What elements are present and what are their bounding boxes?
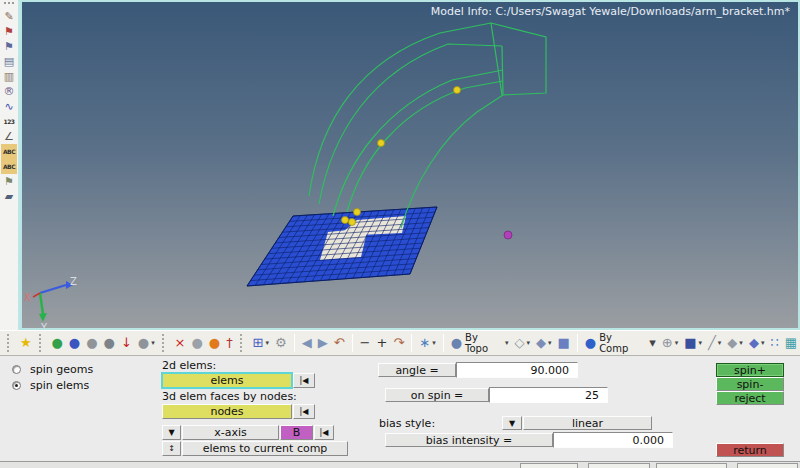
element-color-mode-icon[interactable]: ●By Comp	[582, 333, 646, 353]
on-spin-label-button[interactable]: on spin =	[385, 388, 489, 402]
elems-to-current-comp-button[interactable]: elems to current comp	[182, 441, 348, 456]
elems-collector-button[interactable]: elems	[162, 373, 292, 388]
toolbar-separator	[411, 334, 412, 352]
dropdown-caret-icon: ▾	[548, 339, 552, 347]
scribble-icon[interactable]: ∿	[1, 99, 17, 114]
stack-icon[interactable]: ▤	[1, 54, 17, 69]
display-toolbar: ★●●●●↓●▾×●●†⊞▾⚙◀▶↶−+↷∗▾●By Topo▾◇▾◆▾■●By…	[0, 330, 800, 356]
dropdown-caret-icon: ▾	[675, 339, 679, 347]
copyright-icon[interactable]: ®	[1, 84, 17, 99]
hidden-panel-button[interactable]	[588, 463, 650, 468]
wireframe-elements-icon[interactable]: ⊕▾	[659, 333, 681, 353]
base-node-b-button[interactable]: B	[280, 425, 313, 440]
dropdown-caret-icon: ▾	[151, 339, 155, 347]
axis-dropdown-button[interactable]: ▼	[162, 425, 181, 440]
plot-axes-icon[interactable]: ∠	[1, 129, 17, 144]
dropdown-caret-icon: ▾	[739, 339, 743, 347]
clear-highlights-icon[interactable]: ●	[206, 333, 223, 353]
dropdown-caret-icon: ▾	[761, 339, 765, 347]
notes-icon[interactable]: ✎	[1, 9, 17, 24]
favorites-icon[interactable]: ★	[17, 333, 35, 353]
radio-circle[interactable]	[12, 365, 21, 374]
spin-minus-button[interactable]: spin-	[716, 377, 784, 391]
toolbar-grip[interactable]	[4, 2, 14, 6]
flag-red-icon[interactable]: ⚑	[1, 24, 17, 39]
graphics-viewport[interactable]: Z Y X Model Info: C:/Users/Swagat Yewale…	[20, 0, 800, 330]
abc-arrow-icon[interactable]: ABC	[1, 159, 17, 174]
axis-label-x: X	[24, 292, 31, 303]
zoom-in-icon[interactable]: +	[373, 333, 390, 353]
radio-label: spin geoms	[30, 363, 93, 376]
view-forward-icon[interactable]: ▶	[315, 333, 331, 353]
options-icon[interactable]: ⚙	[272, 333, 290, 353]
panels-icon[interactable]: ⊞▾	[250, 333, 272, 353]
axis-reset-button[interactable]: |◀	[314, 425, 334, 440]
dropdown-caret-icon: ▾	[699, 339, 703, 347]
numbers-123-icon[interactable]: 123	[1, 114, 17, 129]
3d-elem-faces-label: 3d elem faces by nodes:	[162, 390, 297, 403]
radio-spin-geoms[interactable]: spin geoms	[12, 363, 93, 376]
view-undo-icon[interactable]: ↶	[331, 333, 348, 353]
2d-elems-label: 2d elems:	[162, 359, 216, 372]
reject-button[interactable]: reject	[716, 391, 784, 405]
flag-blue-icon[interactable]: ⚑	[1, 39, 17, 54]
angle-input[interactable]: 90.000	[456, 362, 578, 378]
spin-plus-button[interactable]: spin+	[716, 363, 784, 377]
shrink-elements-icon[interactable]: ◆▾	[746, 333, 768, 353]
comp-toggle-button[interactable]: ↕	[162, 441, 181, 456]
masked-elements-icon[interactable]: ●▾	[135, 333, 158, 353]
visualization-options-icon[interactable]: ∗▾	[416, 333, 438, 353]
tag-flag-icon[interactable]: ⚑	[1, 174, 17, 189]
wireframe-geometry-icon[interactable]: ◇▾	[511, 333, 533, 353]
hidden-panel-button[interactable]	[656, 463, 727, 468]
multicolor-elements-icon[interactable]: ∷	[767, 333, 781, 353]
model-info-text: Model Info: C:/Users/Swagat Yewale/Downl…	[431, 5, 790, 18]
reverse-elements-icon[interactable]: ●	[101, 333, 118, 353]
left-toolbar: ✎⚑⚑▤▥®∿123∠ABCABC⚑▰	[0, 0, 20, 330]
feature-angle-icon[interactable]: ◆▾	[724, 333, 746, 353]
view-back-icon[interactable]: ◀	[299, 333, 315, 353]
dropdown-caret-icon: ▾	[265, 339, 269, 347]
abc-label-icon[interactable]: ABC	[1, 144, 17, 159]
bias-intensity-input[interactable]: 0.000	[553, 432, 673, 448]
zoom-out-icon[interactable]: −	[357, 333, 374, 353]
performance-graphics-icon[interactable]: ▦	[782, 333, 800, 353]
card-icon[interactable]: ▥	[1, 69, 17, 84]
base-node-magenta[interactable]	[504, 231, 512, 239]
bias-intensity-label-button[interactable]: bias intensity =	[385, 433, 553, 447]
geometry-color-mode-icon[interactable]: ●By Topo▾	[448, 333, 512, 353]
toolbar-grip	[240, 334, 246, 352]
return-button[interactable]: return	[716, 443, 784, 457]
mask-icon[interactable]: ●	[49, 333, 66, 353]
radio-circle-selected[interactable]	[12, 381, 21, 390]
unmask-attached-icon[interactable]: ●	[83, 333, 100, 353]
angle-label-button[interactable]: angle =	[378, 363, 456, 377]
temp-nodes-icon[interactable]: ●	[188, 333, 205, 353]
on-spin-input[interactable]: 25	[489, 387, 608, 403]
nodes-collector-button[interactable]: nodes	[162, 404, 292, 419]
entity-state-icon[interactable]: †	[223, 333, 236, 353]
solid-geometry-icon[interactable]: ■	[555, 333, 573, 353]
unmask-all-icon[interactable]: ↓	[118, 333, 135, 353]
bias-style-value-button[interactable]: linear	[523, 416, 652, 430]
hidden-panel-button[interactable]	[737, 463, 798, 468]
plate-icon[interactable]: ▰	[1, 189, 17, 204]
model-scene[interactable]: Z Y X	[22, 2, 798, 328]
unmask-adjacent-icon[interactable]: ●	[66, 333, 83, 353]
nodes-reset-button[interactable]: |◀	[293, 404, 315, 419]
footer-strip	[0, 462, 800, 468]
hidden-panel-button[interactable]	[520, 463, 578, 468]
dropdown-caret-icon: ▾	[505, 339, 509, 347]
axis-select-button[interactable]: x-axis	[182, 425, 279, 440]
element-edges-icon[interactable]: ╱▾	[705, 333, 724, 353]
shaded-elements-icon[interactable]: ■▾	[681, 333, 705, 353]
toolbar-separator	[443, 334, 444, 352]
shaded-geometry-icon[interactable]: ◆▾	[533, 333, 555, 353]
view-redo-icon[interactable]: ↷	[390, 333, 407, 353]
radio-label: spin elems	[30, 379, 89, 392]
elems-reset-button[interactable]: |◀	[293, 373, 315, 388]
radio-spin-elems[interactable]: spin elems	[12, 379, 89, 392]
bias-style-dropdown-button[interactable]: ▼	[502, 416, 522, 430]
delete-icon[interactable]: ×	[172, 333, 189, 353]
mesh-style-caret-icon[interactable]: ▾	[646, 333, 659, 353]
